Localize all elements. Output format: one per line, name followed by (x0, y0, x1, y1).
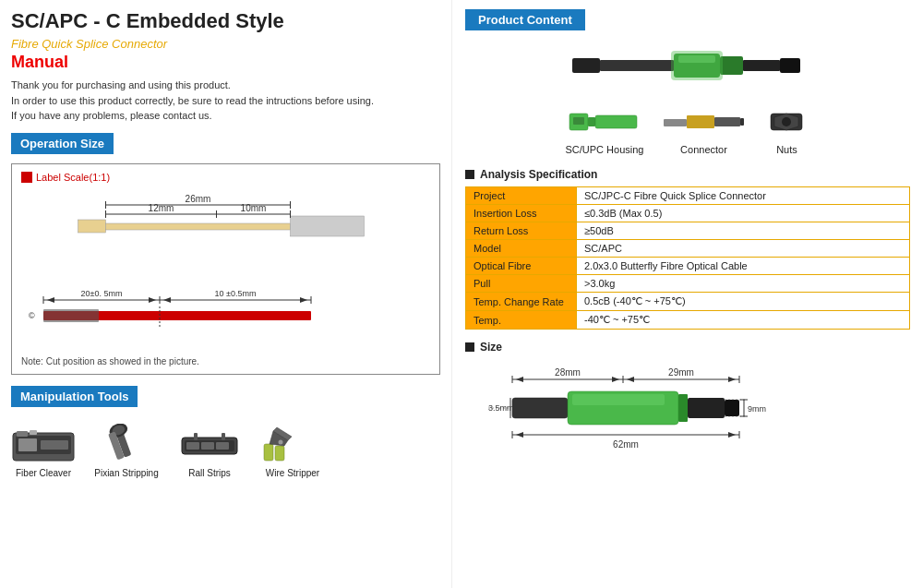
svg-rect-45 (222, 433, 225, 440)
svg-rect-51 (572, 58, 600, 73)
svg-rect-0 (78, 220, 106, 233)
svg-rect-75 (688, 398, 725, 418)
tool-fiber-cleaver: Fiber Cleaver (11, 424, 76, 478)
spec-key: Pull (466, 275, 577, 293)
cut-dimension-diagram: © 20±0. 5mm 10 ±0.5mm (21, 283, 335, 348)
svg-marker-81 (612, 377, 619, 382)
part-sc-upc-housing: SC/UPC Housing (566, 101, 644, 155)
spec-row: Pull>3.0kg (466, 275, 910, 293)
spec-row: Insertion Loss≤0.3dB (Max 0.5) (466, 205, 910, 222)
svg-rect-66 (740, 118, 744, 126)
svg-rect-1 (106, 223, 291, 230)
svg-rect-46 (264, 444, 273, 461)
svg-rect-54 (720, 56, 743, 75)
spec-row: Temp. Change Rate0.5cB (-40℃ ~ +75℃) (466, 293, 910, 311)
svg-rect-41 (186, 442, 199, 450)
spec-key: Insertion Loss (466, 205, 577, 222)
svg-rect-2 (291, 216, 365, 236)
svg-rect-43 (216, 442, 229, 450)
part-connector-label: Connector (680, 144, 727, 155)
svg-rect-76 (725, 400, 739, 416)
svg-rect-34 (30, 430, 37, 435)
top-dimension-diagram: 26mm 12mm 10mm (21, 190, 430, 264)
size-section: Size 2 (465, 341, 910, 463)
subtitle-italic: Fibre Quick Splice Connector (11, 37, 440, 51)
svg-text:©: © (29, 311, 35, 320)
spec-key: Return Loss (466, 222, 577, 240)
manipulation-tools-header: Manipulation Tools (11, 386, 138, 407)
spec-key: Project (466, 187, 577, 205)
assembled-connector (568, 40, 808, 93)
spec-value: 0.5cB (-40℃ ~ +75℃) (577, 293, 910, 311)
part-connector: Connector (662, 101, 745, 155)
svg-rect-61 (595, 115, 637, 128)
spec-value: SC/APC (577, 240, 910, 258)
connector-svg (662, 101, 745, 141)
size-diagram-svg: 28mm 29mm 3.5mm 9mm (465, 359, 910, 461)
main-title: SC/APC - C Embedded Style (11, 9, 440, 33)
svg-text:9mm: 9mm (748, 404, 766, 414)
operation-size-box: Label Scale(1:1) 26mm 12m (11, 163, 440, 375)
svg-text:28mm: 28mm (555, 367, 581, 378)
subtitle-manual: Manual (11, 53, 440, 72)
svg-text:29mm: 29mm (668, 367, 694, 378)
pixian-stripping-icon (94, 424, 159, 464)
operation-size-header: Operation Size (11, 133, 114, 154)
tool-pixian-label: Pixian Stripping (94, 468, 158, 478)
svg-marker-80 (516, 377, 523, 382)
nuts-svg (763, 101, 809, 141)
spec-table: ProjectSC/JPC-C Fibre Quick Splice Conne… (465, 186, 910, 330)
spec-row: Temp.-40℃ ~ +75℃ (466, 311, 910, 330)
spec-value: SC/JPC-C Fibre Quick Splice Connector (577, 187, 910, 205)
svg-rect-74 (678, 394, 688, 422)
svg-text:10 ±0.5mm: 10 ±0.5mm (215, 289, 257, 298)
svg-rect-55 (743, 60, 780, 71)
svg-text:10mm: 10mm (241, 203, 267, 213)
spec-value: -40℃ ~ +75℃ (577, 311, 910, 330)
svg-rect-71 (512, 398, 568, 418)
cut-note: Note: Cut position as showed in the pict… (21, 356, 430, 366)
label-scale-text: Label Scale(1:1) (36, 172, 110, 183)
wire-stripper-icon (260, 424, 325, 464)
svg-text:62mm: 62mm (613, 439, 639, 450)
spec-value: ≥50dB (577, 222, 910, 240)
svg-marker-101 (728, 432, 736, 438)
part-nuts: Nuts (763, 101, 809, 155)
tool-wire-stripper: Wire Stripper (260, 424, 325, 478)
svg-marker-85 (627, 377, 634, 382)
tool-wire-stripper-label: Wire Stripper (266, 468, 319, 478)
sc-upc-housing-svg (568, 101, 641, 141)
svg-marker-25 (163, 297, 171, 303)
svg-rect-60 (588, 117, 595, 126)
svg-rect-16 (43, 309, 99, 322)
tool-fiber-cleaver-label: Fiber Cleaver (16, 468, 71, 478)
svg-rect-56 (780, 58, 800, 73)
spec-row: ModelSC/APC (466, 240, 910, 258)
svg-rect-32 (41, 440, 68, 450)
svg-rect-31 (18, 438, 37, 451)
spec-key: Temp. Change Rate (466, 293, 577, 311)
svg-text:20±0. 5mm: 20±0. 5mm (81, 289, 123, 298)
size-bullet-icon (465, 342, 474, 352)
svg-marker-100 (516, 432, 523, 438)
svg-rect-73 (572, 394, 665, 405)
tool-pixian-stripping: Pixian Stripping (94, 424, 159, 478)
spec-row: Return Loss≥50dB (466, 222, 910, 240)
red-square-icon (21, 172, 32, 183)
svg-marker-21 (149, 297, 156, 303)
svg-rect-57 (671, 51, 723, 80)
part-nuts-label: Nuts (776, 144, 797, 155)
analysis-section: Analysis Specification ProjectSC/JPC-C F… (465, 168, 910, 330)
analysis-title-text: Analysis Specification (480, 168, 597, 181)
svg-rect-62 (573, 117, 584, 125)
svg-marker-86 (728, 377, 736, 382)
svg-text:26mm: 26mm (186, 194, 211, 204)
svg-rect-58 (678, 55, 715, 63)
fiber-cleaver-icon (11, 424, 76, 464)
tool-rall-strips: Rall Strips (177, 424, 242, 478)
tool-rall-strips-label: Rall Strips (188, 468, 231, 478)
svg-point-70 (782, 117, 791, 126)
svg-rect-33 (17, 431, 28, 437)
rall-strips-icon (177, 424, 242, 464)
assembled-connector-svg (568, 40, 808, 90)
